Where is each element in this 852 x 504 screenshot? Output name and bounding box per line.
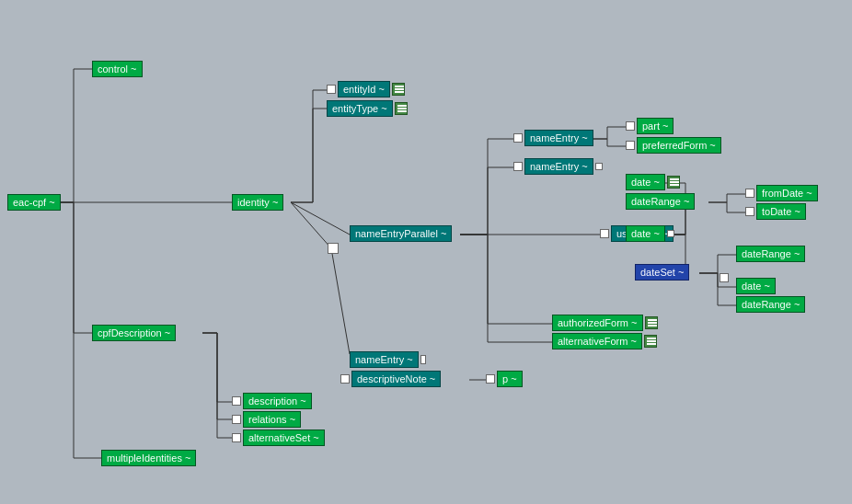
alternative-form-icon <box>644 335 657 348</box>
from-date-box[interactable]: fromDate ~ <box>756 185 818 201</box>
preferred-form-icon <box>626 141 635 150</box>
date-range-2-node[interactable]: dateRange ~ <box>736 246 805 262</box>
relations-box[interactable]: relations ~ <box>243 411 301 428</box>
name-entry-3-node[interactable]: nameEntry ~ <box>350 351 426 368</box>
alternative-set-box[interactable]: alternativeSet ~ <box>243 430 325 446</box>
description-node[interactable]: description ~ <box>232 393 312 409</box>
name-entry-2-icon <box>513 162 523 171</box>
collapse-icon-1[interactable] <box>328 243 339 254</box>
name-entry-parallel-box[interactable]: nameEntryParallel ~ <box>350 225 452 242</box>
preferred-form-box[interactable]: preferredForm ~ <box>637 137 721 154</box>
preferred-form-node[interactable]: preferredForm ~ <box>626 137 721 154</box>
collapse-box-1[interactable] <box>328 243 339 254</box>
date-range-3-node[interactable]: dateRange ~ <box>736 296 805 313</box>
multiple-identities-node[interactable]: multipleIdentities ~ <box>101 450 196 466</box>
description-icon <box>232 396 241 406</box>
alternative-form-box[interactable]: alternativeForm ~ <box>552 333 642 349</box>
date-set-collapse-box[interactable] <box>720 273 729 282</box>
to-date-icon <box>745 207 754 216</box>
name-entry-2-node[interactable]: nameEntry ~ <box>513 158 603 175</box>
date-1-node[interactable]: date ~ <box>626 174 680 190</box>
date-2-collapse[interactable] <box>667 230 674 237</box>
entity-id-node[interactable]: entityId ~ <box>327 81 405 97</box>
date-set-box[interactable]: dateSet ~ <box>635 264 689 281</box>
entity-id-list-icon <box>392 83 405 96</box>
date-2-node[interactable]: date ~ <box>626 225 674 242</box>
entity-type-node[interactable]: entityType ~ <box>327 100 408 117</box>
authorized-form-box[interactable]: authorizedForm ~ <box>552 315 643 331</box>
p-node[interactable]: p ~ <box>486 371 523 387</box>
cpf-description-node[interactable]: cpfDescription ~ <box>92 325 176 341</box>
name-entry-1-node[interactable]: nameEntry ~ <box>513 130 593 146</box>
name-entry-1-icon <box>513 133 523 143</box>
identity-box[interactable]: identity ~ <box>232 194 283 211</box>
name-entry-1-box[interactable]: nameEntry ~ <box>524 130 593 146</box>
from-date-node[interactable]: fromDate ~ <box>745 185 818 201</box>
from-date-icon <box>745 189 754 198</box>
part-node[interactable]: part ~ <box>626 118 674 134</box>
eac-cpf-box[interactable]: eac-cpf ~ <box>7 194 61 211</box>
p-box[interactable]: p ~ <box>497 371 523 387</box>
alternative-set-icon <box>232 433 241 442</box>
alternative-set-node[interactable]: alternativeSet ~ <box>232 430 325 446</box>
alternative-form-node[interactable]: alternativeForm ~ <box>552 333 657 349</box>
date-range-2-box[interactable]: dateRange ~ <box>736 246 805 262</box>
control-box[interactable]: control ~ <box>92 61 143 77</box>
date-range-3-box[interactable]: dateRange ~ <box>736 296 805 313</box>
entity-type-list-icon <box>395 102 408 115</box>
entity-id-icon <box>327 85 336 94</box>
descriptive-note-box[interactable]: descriptiveNote ~ <box>351 371 441 387</box>
entity-id-box[interactable]: entityId ~ <box>338 81 390 97</box>
cpf-description-box[interactable]: cpfDescription ~ <box>92 325 176 341</box>
authorized-form-node[interactable]: authorizedForm ~ <box>552 315 658 331</box>
descriptive-note-icon <box>340 374 350 384</box>
date-3-box[interactable]: date ~ <box>736 278 776 294</box>
date-3-node[interactable]: date ~ <box>736 278 776 294</box>
use-dates-icon <box>600 229 609 238</box>
description-box[interactable]: description ~ <box>243 393 312 409</box>
part-icon <box>626 121 635 131</box>
relations-node[interactable]: relations ~ <box>232 411 301 428</box>
entity-type-box[interactable]: entityType ~ <box>327 100 393 117</box>
name-entry-3-bar[interactable] <box>420 355 426 364</box>
date-1-icon <box>667 176 680 189</box>
to-date-box[interactable]: toDate ~ <box>756 203 806 220</box>
to-date-node[interactable]: toDate ~ <box>745 203 806 220</box>
eac-cpf-node[interactable]: eac-cpf ~ <box>7 194 61 211</box>
date-set-collapse[interactable] <box>720 273 729 282</box>
name-entry-2-collapse[interactable] <box>595 163 603 170</box>
multiple-identities-box[interactable]: multipleIdentities ~ <box>101 450 196 466</box>
p-icon <box>486 374 495 384</box>
date-range-1-node[interactable]: dateRange ~ <box>626 193 695 210</box>
identity-node[interactable]: identity ~ <box>232 194 283 211</box>
date-2-box[interactable]: date ~ <box>626 225 665 242</box>
control-node[interactable]: control ~ <box>92 61 143 77</box>
authorized-form-icon <box>645 316 658 329</box>
name-entry-2-box[interactable]: nameEntry ~ <box>524 158 593 175</box>
date-1-box[interactable]: date ~ <box>626 174 665 190</box>
name-entry-parallel-node[interactable]: nameEntryParallel ~ <box>350 225 452 242</box>
name-entry-3-box[interactable]: nameEntry ~ <box>350 351 419 368</box>
date-range-1-box[interactable]: dateRange ~ <box>626 193 695 210</box>
date-set-node[interactable]: dateSet ~ <box>635 264 689 281</box>
descriptive-note-node[interactable]: descriptiveNote ~ <box>340 371 441 387</box>
part-box[interactable]: part ~ <box>637 118 674 134</box>
relations-icon <box>232 415 241 424</box>
